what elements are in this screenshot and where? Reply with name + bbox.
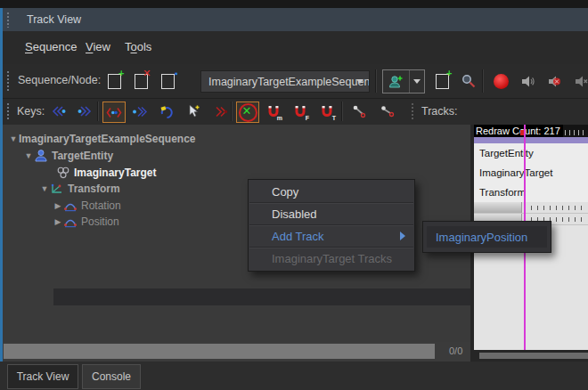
- prev-key-button[interactable]: [47, 102, 69, 121]
- toolbar-gripper[interactable]: [6, 102, 10, 120]
- add-track-submenu: ImaginaryPosition: [422, 221, 551, 253]
- add-node-splitbutton[interactable]: [382, 69, 425, 93]
- titlebar[interactable]: Track View: [3, 8, 588, 32]
- curve-track-icon: [63, 199, 78, 213]
- timeline-track-label: ImaginaryTarget: [479, 167, 552, 178]
- toolbar-separator: [341, 102, 343, 121]
- magnet-subscript: F: [306, 115, 309, 121]
- timeline-summary-bar: [474, 137, 588, 143]
- menu-item-imaginarytarget-tracks: ImaginaryTarget Tracks: [249, 248, 414, 269]
- submenu-arrow-icon: [400, 232, 405, 240]
- tree-label: ImaginaryTargetExampleSequence: [19, 133, 196, 145]
- tree-label: ImaginaryTarget: [74, 167, 156, 179]
- transform-icon: [50, 182, 64, 196]
- next-key-icon: [78, 105, 93, 118]
- chevron-down-icon: [356, 79, 363, 84]
- collapse-arrow-icon[interactable]: ▶: [53, 201, 63, 210]
- playhead-marker[interactable]: [520, 130, 524, 135]
- bottom-tabbar: Track View Console: [0, 362, 588, 390]
- mute-audio-button[interactable]: [543, 70, 566, 92]
- menu-item-disabled[interactable]: Disabled: [249, 204, 414, 224]
- snap-tick-button[interactable]: T: [316, 102, 338, 121]
- tree-row-position[interactable]: ▶ Position: [53, 214, 119, 230]
- timeline-track-names: TargetEntity ImaginaryTarget Transform: [474, 143, 588, 202]
- magnet-subscript: m: [277, 115, 282, 121]
- component-icon: [56, 166, 70, 180]
- context-menu: Copy Disabled Add Track ImaginaryTarget …: [248, 179, 415, 272]
- key-ticks: [531, 206, 584, 210]
- timeline-hscrollbar-thumb[interactable]: [479, 353, 588, 359]
- mute-all-button[interactable]: [569, 70, 588, 92]
- expand-arrow-icon[interactable]: ▼: [8, 134, 19, 143]
- scale-keys-button[interactable]: [156, 102, 177, 121]
- tree-row-transform[interactable]: ▼ Transform: [39, 181, 120, 197]
- tree-label: Rotation: [81, 199, 121, 212]
- record-icon: [494, 74, 509, 89]
- titlebar-gripper[interactable]: [6, 12, 10, 28]
- tangent-out-button[interactable]: [377, 102, 398, 121]
- tree-hscrollbar-thumb[interactable]: [4, 344, 435, 359]
- expand-arrow-icon[interactable]: ▼: [39, 184, 50, 193]
- slide-keys-button[interactable]: [129, 102, 151, 121]
- add-node-button[interactable]: [383, 70, 409, 93]
- tree-row-imaginarytarget[interactable]: ImaginaryTarget: [56, 165, 156, 181]
- new-sequence-button[interactable]: +: [102, 70, 126, 92]
- person-plus-icon: [388, 74, 404, 89]
- tangent-in-button[interactable]: [348, 102, 370, 121]
- trackview-window: Track View Sequence View Tools Sequence/…: [0, 0, 588, 390]
- tangent-icon: [380, 104, 395, 118]
- menu-item-add-track[interactable]: Add Track: [249, 226, 414, 247]
- add-selected-node-button[interactable]: +: [430, 70, 453, 92]
- add-node-dropdown[interactable]: [409, 70, 423, 93]
- tree-row-sequence[interactable]: ▼ ImaginaryTargetExampleSequence: [8, 131, 196, 147]
- sequence-select[interactable]: ImaginaryTargetExampleSequence: [200, 70, 370, 93]
- delete-sequence-button[interactable]: ✕: [129, 70, 152, 92]
- menu-sequence[interactable]: Sequence: [25, 40, 78, 53]
- menu-item-imaginaryposition[interactable]: ImaginaryPosition: [427, 226, 547, 248]
- timeline-track-label: Transform: [479, 187, 526, 198]
- next-key-button[interactable]: [74, 102, 95, 121]
- tree-label: Position: [81, 215, 119, 228]
- menubar: Sequence View Tools: [3, 31, 588, 64]
- sequence-toolbar: Sequence/Node: + ✕ ▪ ImaginaryTargetExam…: [3, 64, 588, 99]
- prev-key-icon: [51, 105, 66, 118]
- snap-magnet-button[interactable]: m: [263, 102, 284, 121]
- snap-off-icon: ✕: [239, 103, 257, 122]
- menu-tools[interactable]: Tools: [125, 40, 151, 53]
- window-title: Track View: [27, 13, 81, 26]
- toolbar-separator: [482, 69, 484, 93]
- tab-console[interactable]: Console: [82, 364, 141, 389]
- timeline-ruler[interactable]: Redraw Count: 217: [474, 125, 588, 137]
- expand-arrow-icon[interactable]: ▼: [23, 151, 34, 160]
- tree-row-rotation[interactable]: ▶ Rotation: [53, 198, 121, 214]
- person-icon: [34, 149, 48, 163]
- menu-item-copy[interactable]: Copy: [249, 182, 414, 202]
- tree-label: Transform: [68, 183, 120, 195]
- tree-row-targetentity[interactable]: ▼ TargetEntity: [23, 148, 113, 164]
- move-keys-button[interactable]: [102, 102, 126, 123]
- ruler-ticks: [560, 130, 587, 135]
- track-key-row[interactable]: [474, 202, 588, 214]
- chevron-down-icon: [413, 79, 421, 84]
- new-sequence-icon: +: [108, 74, 121, 89]
- track-chip[interactable]: [474, 202, 522, 213]
- toolbar-separator: [231, 102, 233, 121]
- play-audio-button[interactable]: [516, 70, 539, 92]
- delete-keys-button[interactable]: [209, 102, 231, 121]
- delete-sequence-icon: ✕: [135, 74, 148, 89]
- toolbar-gripper[interactable]: [6, 70, 10, 92]
- tab-track-view[interactable]: Track View: [7, 364, 78, 389]
- snap-none-button[interactable]: ✕: [236, 102, 259, 123]
- toolbar-separator: [375, 69, 377, 93]
- key-counter: 0/0: [449, 345, 462, 356]
- record-button[interactable]: [489, 70, 512, 92]
- find-button[interactable]: [457, 70, 480, 92]
- toolbar-gripper[interactable]: [411, 102, 414, 120]
- add-keys-button[interactable]: [183, 102, 204, 121]
- menu-view[interactable]: View: [86, 40, 110, 53]
- toolbar-separator: [97, 102, 99, 121]
- speaker-icon: [520, 74, 535, 89]
- collapse-arrow-icon[interactable]: ▶: [53, 217, 63, 226]
- save-sequence-button[interactable]: ▪: [156, 70, 179, 92]
- snap-frame-button[interactable]: F: [290, 102, 311, 121]
